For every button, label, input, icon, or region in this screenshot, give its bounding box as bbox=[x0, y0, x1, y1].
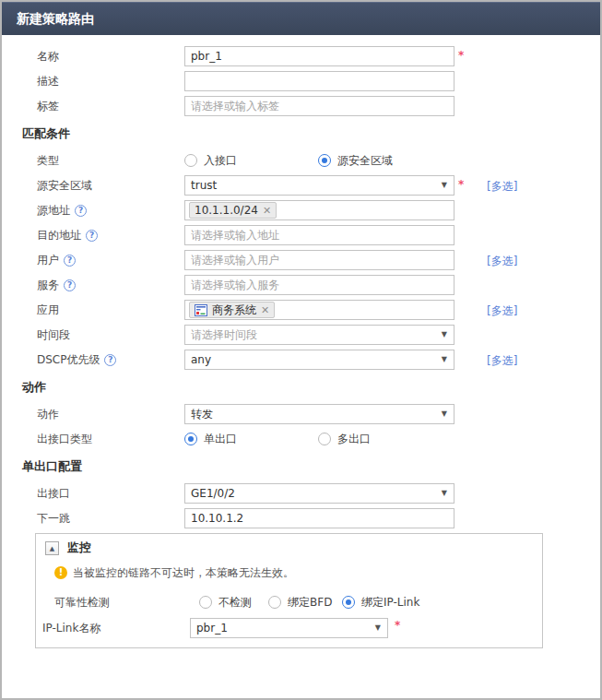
radio-bind-iplink[interactable]: 绑定IP-Link bbox=[342, 595, 419, 611]
src-addr-control: 10.1.1.0/24 ✕ bbox=[184, 200, 454, 220]
row-tag: 标签 bbox=[2, 96, 600, 116]
radio-no-detect[interactable]: 不检测 bbox=[199, 595, 268, 611]
form-body: 名称 * 描述 标签 匹配条件 bbox=[2, 35, 600, 648]
dst-addr-input[interactable] bbox=[184, 225, 454, 245]
radio-icon bbox=[199, 596, 212, 609]
description-input[interactable] bbox=[184, 71, 454, 91]
application-icon bbox=[195, 304, 207, 316]
service-input[interactable] bbox=[184, 275, 454, 295]
radio-in-interface[interactable]: 入接口 bbox=[184, 153, 318, 169]
monitor-title: 监控 bbox=[67, 540, 91, 556]
radio-multi-egress-label: 多出口 bbox=[337, 432, 371, 447]
help-icon[interactable]: ? bbox=[64, 279, 76, 291]
egress-interface-label-text: 出接口 bbox=[37, 486, 70, 502]
collapse-icon[interactable]: ▲ bbox=[45, 541, 59, 555]
radio-bind-bfd[interactable]: 绑定BFD bbox=[268, 595, 342, 611]
type-label: 类型 bbox=[2, 153, 184, 169]
dscp-select[interactable]: any ▼ bbox=[184, 350, 454, 370]
user-control bbox=[184, 250, 454, 270]
dst-addr-label: 目的地址 ? bbox=[2, 228, 184, 243]
next-hop-control bbox=[184, 508, 454, 528]
required-asterisk: * bbox=[458, 178, 464, 191]
required-asterisk: * bbox=[458, 49, 464, 62]
row-dst-addr: 目的地址 ? bbox=[2, 225, 600, 245]
time-range-select[interactable]: 请选择时间段 ▼ bbox=[184, 325, 454, 345]
monitor-header: ▲ 监控 bbox=[36, 540, 542, 555]
description-control bbox=[184, 71, 454, 91]
tag-input[interactable] bbox=[184, 96, 454, 116]
chevron-down-icon: ▼ bbox=[442, 489, 447, 497]
row-src-addr: 源地址 ? 10.1.1.0/24 ✕ bbox=[2, 200, 600, 220]
application-label-text: 应用 bbox=[37, 303, 59, 318]
name-control bbox=[184, 46, 454, 66]
tag-control bbox=[184, 96, 454, 116]
dscp-value: any bbox=[191, 353, 211, 366]
description-label-text: 描述 bbox=[37, 74, 59, 89]
reliability-label: 可靠性检测 bbox=[54, 595, 199, 611]
radio-in-interface-label: 入接口 bbox=[204, 153, 237, 169]
src-addr-label: 源地址 ? bbox=[2, 203, 184, 219]
egress-type-label: 出接口类型 bbox=[2, 432, 184, 447]
radio-source-zone[interactable]: 源安全区域 bbox=[318, 153, 393, 169]
time-range-placeholder: 请选择时间段 bbox=[191, 327, 257, 343]
type-radio-group: 入接口 源安全区域 bbox=[184, 153, 393, 169]
radio-selected-icon bbox=[318, 154, 331, 167]
new-policy-route-dialog: 新建策略路由 名称 * 描述 标签 bbox=[0, 0, 602, 700]
application-input[interactable]: 商务系统 ✕ bbox=[184, 300, 454, 320]
row-service: 服务 ? bbox=[2, 275, 600, 295]
dialog-title: 新建策略路由 bbox=[17, 11, 94, 26]
dialog-header: 新建策略路由 bbox=[2, 2, 600, 35]
time-range-label: 时间段 bbox=[2, 327, 184, 343]
radio-icon bbox=[318, 433, 331, 445]
src-zone-multi-select-link[interactable]: [多选] bbox=[487, 179, 517, 195]
chevron-down-icon: ▼ bbox=[442, 181, 447, 189]
service-label: 服务 ? bbox=[2, 278, 184, 293]
user-label-text: 用户 bbox=[37, 253, 59, 268]
help-icon[interactable]: ? bbox=[104, 354, 116, 366]
action-label: 动作 bbox=[2, 407, 184, 422]
time-range-label-text: 时间段 bbox=[37, 327, 70, 343]
remove-tag-icon[interactable]: ✕ bbox=[261, 304, 269, 316]
radio-single-egress-label: 单出口 bbox=[204, 432, 237, 447]
src-zone-label-text: 源安全区域 bbox=[37, 178, 92, 194]
action-label-text: 动作 bbox=[37, 407, 59, 422]
help-icon[interactable]: ? bbox=[75, 205, 87, 217]
dst-addr-control bbox=[184, 225, 454, 245]
iplink-name-select[interactable]: pbr_1 ▼ bbox=[190, 618, 388, 638]
radio-single-egress[interactable]: 单出口 bbox=[184, 432, 318, 447]
src-zone-select[interactable]: trust ▼ bbox=[184, 175, 454, 196]
src-zone-control: trust ▼ bbox=[184, 175, 454, 196]
action-control: 转发 ▼ bbox=[184, 404, 454, 424]
radio-source-zone-label: 源安全区域 bbox=[337, 153, 393, 169]
radio-selected-icon bbox=[342, 596, 355, 609]
egress-interface-select[interactable]: GE1/0/2 ▼ bbox=[184, 483, 454, 504]
address-tag: 10.1.1.0/24 ✕ bbox=[189, 202, 277, 219]
src-addr-input[interactable]: 10.1.1.0/24 ✕ bbox=[184, 200, 454, 220]
tag-label: 标签 bbox=[2, 99, 184, 114]
egress-interface-value: GE1/0/2 bbox=[191, 487, 235, 500]
row-dscp: DSCP优先级 ? any ▼ [多选] bbox=[2, 350, 600, 370]
iplink-name-label: IP-Link名称 bbox=[42, 621, 190, 636]
remove-tag-icon[interactable]: ✕ bbox=[263, 205, 271, 217]
time-range-control: 请选择时间段 ▼ bbox=[184, 325, 454, 345]
chevron-down-icon: ▼ bbox=[442, 409, 447, 418]
dscp-multi-select-link[interactable]: [多选] bbox=[487, 353, 517, 369]
help-icon[interactable]: ? bbox=[86, 230, 98, 242]
help-icon[interactable]: ? bbox=[64, 255, 76, 267]
monitor-warning: ! 当被监控的链路不可达时，本策略无法生效。 bbox=[54, 565, 542, 580]
user-input[interactable] bbox=[184, 250, 454, 270]
row-egress-type: 出接口类型 单出口 多出口 bbox=[2, 429, 600, 449]
application-multi-select-link[interactable]: [多选] bbox=[487, 303, 517, 319]
row-src-zone: 源安全区域 trust ▼ * [多选] bbox=[2, 175, 600, 196]
action-select[interactable]: 转发 ▼ bbox=[184, 404, 454, 424]
radio-multi-egress[interactable]: 多出口 bbox=[318, 432, 371, 447]
chevron-down-icon: ▼ bbox=[442, 330, 447, 338]
name-label-text: 名称 bbox=[37, 49, 59, 65]
warning-icon: ! bbox=[54, 566, 67, 579]
user-multi-select-link[interactable]: [多选] bbox=[487, 254, 517, 269]
name-input[interactable] bbox=[184, 46, 454, 66]
iplink-name-value: pbr_1 bbox=[196, 622, 228, 635]
dst-addr-label-text: 目的地址 bbox=[37, 228, 81, 243]
next-hop-input[interactable] bbox=[184, 508, 454, 528]
application-label: 应用 bbox=[2, 303, 184, 318]
